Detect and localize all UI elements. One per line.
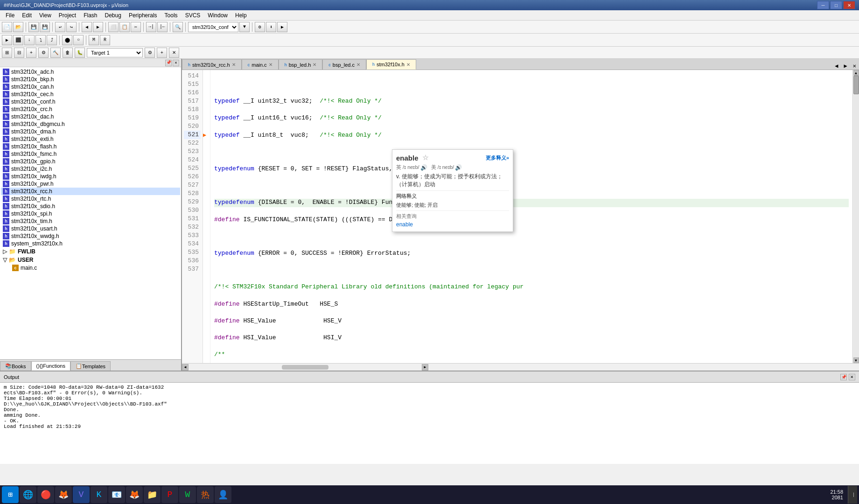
editor-vscrollbar[interactable]: ▲ ▼ bbox=[852, 70, 859, 363]
taskbar-app9-button[interactable]: 👤 bbox=[215, 486, 231, 503]
unindent-button[interactable]: |← bbox=[157, 22, 168, 32]
tree-file-dbgmcu[interactable]: h stm32f10x_dbgmcu.h bbox=[1, 120, 180, 128]
taskbar-chrome-button[interactable]: 🔴 bbox=[37, 486, 54, 503]
tree-file-crc[interactable]: h stm32f10x_crc.h bbox=[1, 105, 180, 113]
clear-breakpoint-button[interactable]: ○ bbox=[73, 35, 84, 45]
tab-close-main[interactable]: ✕ bbox=[269, 62, 272, 67]
hscroll-thumb[interactable] bbox=[282, 365, 328, 370]
tab-scroll-right[interactable]: ▶ bbox=[841, 63, 850, 70]
editor-hscrollbar[interactable]: ◀ ▶ bbox=[182, 363, 859, 371]
us-audio-icon[interactable]: 🔊 bbox=[455, 164, 462, 171]
back-button[interactable]: ◀ bbox=[82, 22, 92, 32]
tooltip-star[interactable]: ☆ bbox=[422, 154, 428, 162]
menu-peripherals[interactable]: Peripherals bbox=[125, 11, 161, 20]
debug-out-button[interactable]: ⤴ bbox=[47, 35, 57, 45]
editor-tab-bsp-led-h[interactable]: h bsp_led.h ✕ bbox=[279, 59, 323, 70]
menu-help[interactable]: Help bbox=[231, 11, 251, 20]
taskbar-app2-button[interactable]: K bbox=[91, 486, 107, 503]
tree-file-sdio[interactable]: h stm32f10x_sdio.h bbox=[1, 203, 180, 210]
editor-tab-stm32f10x-h[interactable]: h stm32f10x.h ✕ bbox=[366, 59, 416, 70]
tree-file-conf[interactable]: h stm32f10x_conf.h bbox=[1, 98, 180, 105]
tree-file-rcc[interactable]: h stm32f10x_rcc.h bbox=[1, 188, 180, 195]
register-view-button[interactable]: R bbox=[100, 35, 110, 45]
target-clean-button[interactable]: 🗑 bbox=[63, 48, 73, 58]
target-remove-button[interactable]: ✕ bbox=[169, 48, 179, 58]
dropdown-arrow[interactable]: ▼ bbox=[239, 22, 250, 32]
scrollbar-thumb[interactable] bbox=[853, 76, 859, 94]
open-file-button[interactable]: 📂 bbox=[13, 22, 23, 32]
tab-close-bsp-led-c[interactable]: ✕ bbox=[356, 62, 360, 67]
tree-group-user[interactable]: ▽ 📂 USER bbox=[1, 256, 180, 264]
search-button[interactable]: 🔍 bbox=[173, 22, 183, 32]
download-button[interactable]: ⬇ bbox=[266, 22, 276, 32]
output-pin-button[interactable]: 📌 bbox=[840, 374, 847, 380]
tree-file-iwdg[interactable]: h stm32f10x_iwdg.h bbox=[1, 173, 180, 180]
scrollbar-up[interactable]: ▲ bbox=[853, 70, 859, 76]
tree-file-dma[interactable]: h stm32f10x_dma.h bbox=[1, 128, 180, 135]
tree-file-adc[interactable]: h stm32f10x_adc.h bbox=[1, 68, 180, 76]
tooltip-related-link[interactable]: enable bbox=[396, 221, 509, 228]
menu-file[interactable]: File bbox=[2, 11, 18, 20]
panel-pin-button[interactable]: 📌 bbox=[165, 60, 172, 66]
menu-tools[interactable]: Tools bbox=[161, 11, 182, 20]
target-manage-button[interactable]: ⚙ bbox=[145, 48, 155, 58]
tree-file-can[interactable]: h stm32f10x_can.h bbox=[1, 83, 180, 91]
tree-file-dac[interactable]: h stm32f10x_dac.h bbox=[1, 113, 180, 120]
forward-button[interactable]: ▶ bbox=[93, 22, 103, 32]
config-dropdown[interactable]: stm32f10x_conf bbox=[188, 22, 238, 32]
debug-over-button[interactable]: ⤵ bbox=[35, 35, 46, 45]
breakpoint-button[interactable]: ⬤ bbox=[62, 35, 72, 45]
menu-project[interactable]: Project bbox=[55, 11, 80, 20]
taskbar-app8-button[interactable]: 热 bbox=[197, 486, 214, 503]
tree-file-cec[interactable]: h stm32f10x_cec.h bbox=[1, 91, 180, 98]
taskbar-app4-button[interactable]: 🦊 bbox=[126, 486, 143, 503]
menu-view[interactable]: View bbox=[35, 11, 55, 20]
tab-books[interactable]: 📚 Books bbox=[0, 361, 31, 371]
tree-file-i2c[interactable]: h stm32f10x_i2c.h bbox=[1, 165, 180, 173]
editor-tab-bsp-led-c[interactable]: c bsp_led.c ✕ bbox=[322, 59, 366, 70]
menu-debug[interactable]: Debug bbox=[101, 11, 125, 20]
tab-close-stm32f10x-h[interactable]: ✕ bbox=[406, 62, 410, 67]
tree-file-exti[interactable]: h stm32f10x_exti.h bbox=[1, 135, 180, 143]
tree-file-spi[interactable]: h stm32f10x_spi.h bbox=[1, 210, 180, 217]
tree-file-bkp[interactable]: h stm32f10x_bkp.h bbox=[1, 76, 180, 83]
run-button[interactable]: ▶ bbox=[277, 22, 287, 32]
taskbar-app3-button[interactable]: 📧 bbox=[108, 486, 125, 503]
redo-button[interactable]: ↪ bbox=[66, 22, 77, 32]
new-file-button[interactable]: 📄 bbox=[2, 22, 12, 32]
code-content[interactable]: typedef __I uint32_t vuc32; /*!< Read On… bbox=[210, 70, 852, 363]
tree-file-usart[interactable]: h stm32f10x_usart.h bbox=[1, 225, 180, 232]
tree-file-flash[interactable]: h stm32f10x_flash.h bbox=[1, 143, 180, 150]
target-new-button[interactable]: + bbox=[26, 48, 36, 58]
hscroll-right[interactable]: ▶ bbox=[422, 364, 428, 371]
menu-window[interactable]: Window bbox=[204, 11, 231, 20]
editor-tab-main[interactable]: c main.c ✕ bbox=[242, 59, 279, 70]
tree-group-fwlib[interactable]: ▷ 📁 FWLIB bbox=[1, 247, 180, 256]
minimize-button[interactable]: ─ bbox=[817, 1, 829, 9]
tooltip-more-link[interactable]: 更多释义» bbox=[486, 154, 509, 161]
panel-close-button[interactable]: ✕ bbox=[173, 60, 179, 66]
tree-file-gpio[interactable]: h stm32f10x_gpio.h bbox=[1, 158, 180, 165]
menu-svcs[interactable]: SVCS bbox=[182, 11, 204, 20]
tab-functions[interactable]: (){} Functions bbox=[31, 361, 70, 371]
taskbar-ie-button[interactable]: 🌐 bbox=[20, 486, 36, 503]
target-config-button[interactable]: ⚙ bbox=[38, 48, 49, 58]
indent-button[interactable]: →| bbox=[146, 22, 156, 32]
target-add-button[interactable]: + bbox=[157, 48, 167, 58]
debug-start-button[interactable]: ▶ bbox=[2, 35, 12, 45]
cut-button[interactable]: ✂ bbox=[131, 22, 141, 32]
tab-scroll-left[interactable]: ◀ bbox=[832, 63, 841, 70]
undo-button[interactable]: ↩ bbox=[55, 22, 65, 32]
target-expand-button[interactable]: ⊞ bbox=[2, 48, 12, 58]
tree-file-system[interactable]: h system_stm32f10x.h bbox=[1, 240, 180, 247]
tree-file-wwdg[interactable]: h stm32f10x_wwdg.h bbox=[1, 232, 180, 240]
tab-templates[interactable]: 📋 Templates bbox=[70, 361, 111, 371]
menu-edit[interactable]: Edit bbox=[18, 11, 35, 20]
taskbar-app1-button[interactable]: 🦊 bbox=[55, 486, 72, 503]
code-editor[interactable]: 514 515 516 517 518 519 520 521 522 523 … bbox=[182, 70, 859, 363]
paste-button[interactable]: 📋 bbox=[119, 22, 130, 32]
tree-file-tim[interactable]: h stm32f10x_tim.h bbox=[1, 217, 180, 225]
close-button[interactable]: ✕ bbox=[843, 1, 855, 9]
hscroll-left[interactable]: ◀ bbox=[182, 364, 189, 371]
taskbar-app7-button[interactable]: W bbox=[179, 486, 196, 503]
